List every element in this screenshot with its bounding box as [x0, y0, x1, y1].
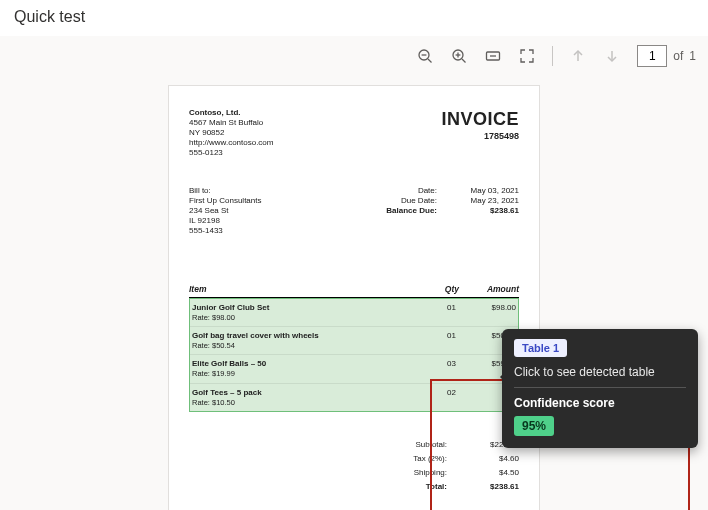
sender-company: Contoso, Ltd.	[189, 108, 273, 118]
invoice-number: 1785498	[441, 131, 519, 142]
detected-table-region[interactable]: Junior Golf Club SetRate: $98.00 01 $98.…	[189, 298, 519, 413]
page-total: 1	[689, 49, 696, 63]
totals-block: Subtotal:$229.51 Tax (2%):$4.60 Shipping…	[189, 438, 519, 494]
row-rate: Rate: $10.50	[192, 398, 400, 407]
sender-street: 4567 Main St Buffalo	[189, 118, 273, 128]
shipping-value: $4.50	[467, 468, 519, 478]
meta-due-label: Due Date:	[373, 196, 437, 206]
row-name: Golf Tees – 5 pack	[192, 388, 400, 398]
table-row: Elite Golf Balls – 50Rate: $19.99 03 $59…	[190, 355, 518, 383]
invoice-heading: INVOICE	[441, 108, 519, 131]
shipping-label: Shipping:	[387, 468, 447, 478]
row-rate: Rate: $19.99	[192, 369, 400, 378]
row-rate: Rate: $50.54	[192, 341, 400, 350]
detection-tooltip[interactable]: Table 1 Click to see detected table Conf…	[502, 329, 698, 448]
viewer-toolbar: of 1	[0, 36, 708, 80]
table-row: Golf Tees – 5 packRate: $10.50 02 $21	[190, 384, 518, 411]
table-row: Golf bag travel cover with wheelsRate: $…	[190, 327, 518, 355]
total-value: $238.61	[467, 482, 519, 492]
invoice-document: Contoso, Ltd. 4567 Main St Buffalo NY 90…	[169, 86, 539, 510]
confidence-value: 95%	[514, 416, 554, 436]
billto-phone: 555-1433	[189, 226, 261, 236]
billto-name: First Up Consultants	[189, 196, 261, 206]
row-rate: Rate: $98.00	[192, 313, 400, 322]
row-qty: 01	[400, 331, 456, 350]
meta-bal: $238.61	[459, 206, 519, 216]
subtotal-label: Subtotal:	[387, 440, 447, 450]
fullscreen-icon[interactable]	[518, 47, 536, 65]
table-row: Junior Golf Club SetRate: $98.00 01 $98.…	[190, 299, 518, 327]
confidence-label: Confidence score	[514, 396, 686, 410]
col-item: Item	[189, 284, 403, 295]
tooltip-divider	[514, 387, 686, 388]
sender-block: Contoso, Ltd. 4567 Main St Buffalo NY 90…	[189, 108, 273, 158]
col-qty: Qty	[403, 284, 459, 295]
zoom-out-icon[interactable]	[416, 47, 434, 65]
fit-width-icon[interactable]	[484, 47, 502, 65]
tax-value: $4.60	[467, 454, 519, 464]
tooltip-hint: Click to see detected table	[514, 365, 686, 379]
row-amount: $98.00	[456, 303, 516, 322]
page-of-label: of	[673, 49, 683, 63]
sender-citystate: NY 90852	[189, 128, 273, 138]
svg-line-4	[462, 59, 466, 63]
row-name: Elite Golf Balls – 50	[192, 359, 400, 369]
toolbar-separator	[552, 46, 553, 66]
document-canvas: Contoso, Ltd. 4567 Main St Buffalo NY 90…	[0, 86, 708, 510]
svg-line-1	[428, 59, 432, 63]
col-amount: Amount	[459, 284, 519, 295]
next-page-icon	[603, 47, 621, 65]
line-items-table: Item Qty Amount Junior Golf Club SetRate…	[189, 284, 519, 412]
row-name: Golf bag travel cover with wheels	[192, 331, 400, 341]
tax-label: Tax (2%):	[387, 454, 447, 464]
total-label: Total:	[387, 482, 447, 492]
row-name: Junior Golf Club Set	[192, 303, 400, 313]
meta-date: May 03, 2021	[459, 186, 519, 196]
sender-phone: 555-0123	[189, 148, 273, 158]
table-badge[interactable]: Table 1	[514, 339, 567, 357]
billto-citystate: IL 92198	[189, 216, 261, 226]
row-qty: 02	[400, 388, 456, 407]
zoom-in-icon[interactable]	[450, 47, 468, 65]
sender-url: http://www.contoso.com	[189, 138, 273, 148]
billto-street: 234 Sea St	[189, 206, 261, 216]
page-indicator: of 1	[637, 45, 696, 67]
meta-due: May 23, 2021	[459, 196, 519, 206]
page-number-input[interactable]	[637, 45, 667, 67]
billto-label: Bill to:	[189, 186, 261, 196]
row-qty: 03	[400, 359, 456, 378]
meta-bal-label: Balance Due:	[373, 206, 437, 216]
billto-block: Bill to: First Up Consultants 234 Sea St…	[189, 186, 261, 236]
row-qty: 01	[400, 303, 456, 322]
page-title: Quick test	[0, 0, 708, 36]
invoice-meta: Date:May 03, 2021 Due Date:May 23, 2021 …	[373, 186, 519, 236]
meta-date-label: Date:	[373, 186, 437, 196]
prev-page-icon	[569, 47, 587, 65]
